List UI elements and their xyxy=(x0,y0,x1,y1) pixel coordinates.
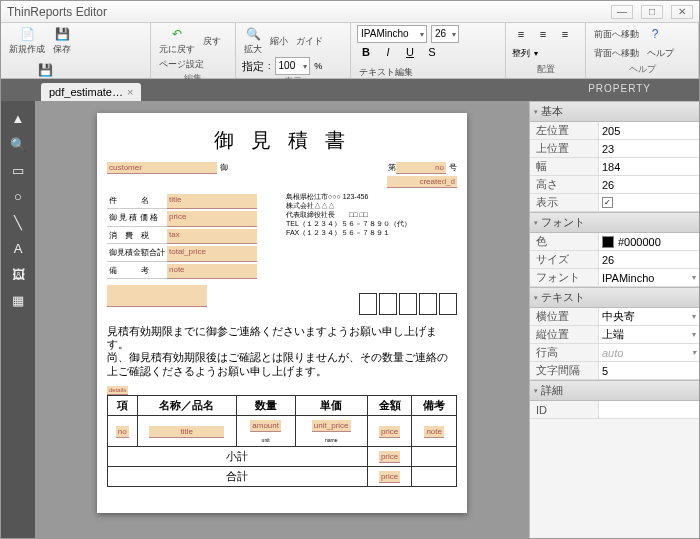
doc-title[interactable]: 御 見 積 書 xyxy=(107,127,457,154)
zoomout-button[interactable]: 縮小 xyxy=(268,34,290,49)
date-field[interactable]: created_d xyxy=(387,176,457,188)
font-select[interactable]: IPAMincho xyxy=(357,25,427,43)
field-note[interactable]: note xyxy=(167,264,257,279)
company-address: 島根県松江市○○○ 123-456株式会社△△△代表取締役社長 □□ □□TEL… xyxy=(286,192,457,281)
prop-width[interactable]: 184 xyxy=(598,158,699,175)
align-left-button[interactable]: ≡ xyxy=(512,25,530,43)
pagesetup-button[interactable]: ページ設定 xyxy=(157,57,206,72)
bold-button[interactable]: B xyxy=(357,43,375,61)
align-center-button[interactable]: ≡ xyxy=(534,25,552,43)
items-table: 項名称／品名数量単価金額備考 no title amountunit unit_… xyxy=(107,395,457,487)
prop-fontfamily[interactable]: IPAMincho xyxy=(598,269,699,286)
customer-field[interactable]: customer xyxy=(107,162,217,174)
no-field[interactable]: no xyxy=(396,162,446,174)
section-advanced[interactable]: 詳細 xyxy=(530,380,699,401)
rect-tool[interactable]: ▭ xyxy=(1,157,35,183)
zoomin-button[interactable]: 🔍拡大 xyxy=(242,25,264,57)
report-page: 御 見 積 書 customer 御 第no 号 created_d 件 名ti… xyxy=(97,113,467,513)
maximize-button[interactable]: □ xyxy=(641,5,663,19)
section-font[interactable]: フォント xyxy=(530,212,699,233)
list-tool[interactable]: ▦ xyxy=(1,287,35,313)
new-button[interactable]: 📄新規作成 xyxy=(7,25,47,57)
line-tool[interactable]: ╲ xyxy=(1,209,35,235)
redo-button[interactable]: 戻す xyxy=(201,34,223,49)
minimize-button[interactable]: ― xyxy=(611,5,633,19)
ellipse-tool[interactable]: ○ xyxy=(1,183,35,209)
field-title[interactable]: title xyxy=(167,194,257,209)
prop-id[interactable] xyxy=(598,401,699,418)
pointer-tool[interactable]: ▲ xyxy=(1,105,35,131)
prop-left[interactable]: 205 xyxy=(598,122,699,139)
strike-button[interactable]: S xyxy=(423,43,441,61)
zoom-tool[interactable]: 🔍 xyxy=(1,131,35,157)
fontsize-select[interactable]: 26 xyxy=(431,25,459,43)
property-panel-title: PROPERTY xyxy=(578,79,691,98)
field-total_price[interactable]: total_price xyxy=(167,246,257,261)
prop-top[interactable]: 23 xyxy=(598,140,699,157)
guide-button[interactable]: ガイド xyxy=(294,34,325,49)
window-title: ThinReports Editor xyxy=(7,5,107,19)
bring-front-button[interactable]: 前面へ移動 xyxy=(592,27,641,42)
help-button[interactable]: ? xyxy=(645,25,665,43)
group-help-label: ヘルプ xyxy=(592,63,692,76)
prop-show-checkbox[interactable]: ✓ xyxy=(602,197,613,208)
section-basic[interactable]: 基本 xyxy=(530,101,699,122)
note-box[interactable] xyxy=(107,285,207,307)
document-tab[interactable]: pdf_estimate…× xyxy=(41,83,141,101)
zoom-select[interactable]: 100 xyxy=(275,57,311,75)
underline-button[interactable]: U xyxy=(401,43,419,61)
undo-button[interactable]: ↶元に戻す xyxy=(157,25,197,57)
image-tool[interactable]: 🖼 xyxy=(1,261,35,287)
section-text[interactable]: テキスト xyxy=(530,287,699,308)
close-button[interactable]: ✕ xyxy=(671,5,693,19)
align-right-button[interactable]: ≡ xyxy=(556,25,574,43)
field-price[interactable]: price xyxy=(167,211,257,226)
prop-height[interactable]: 26 xyxy=(598,176,699,193)
prop-halign[interactable]: 中央寄 xyxy=(598,308,699,325)
prop-spacing[interactable]: 5 xyxy=(598,362,699,379)
field-tax[interactable]: tax xyxy=(167,229,257,244)
prop-lineheight[interactable]: auto xyxy=(598,344,699,361)
textedit-button[interactable]: テキスト編集 xyxy=(357,65,415,80)
italic-button[interactable]: I xyxy=(379,43,397,61)
note-text: 見積有効期限までに御参ご連絡くださいますようお願い申し上げます。尚、御見積有効期… xyxy=(107,325,457,378)
save-button[interactable]: 💾保存 xyxy=(51,25,73,57)
prop-fontsize[interactable]: 26 xyxy=(598,251,699,268)
prop-color[interactable]: #000000 xyxy=(598,233,699,250)
text-tool[interactable]: A xyxy=(1,235,35,261)
stamp-boxes xyxy=(359,293,457,315)
canvas-area[interactable]: 御 見 積 書 customer 御 第no 号 created_d 件 名ti… xyxy=(35,101,529,538)
tab-close-icon[interactable]: × xyxy=(127,86,133,98)
property-panel: 基本 左位置205 上位置23 幅184 高さ26 表示✓ フォント 色#000… xyxy=(529,101,699,538)
send-back-button[interactable]: 背面へ移動 xyxy=(592,46,641,61)
prop-valign[interactable]: 上端 xyxy=(598,326,699,343)
group-align-label: 配置 xyxy=(512,63,579,76)
